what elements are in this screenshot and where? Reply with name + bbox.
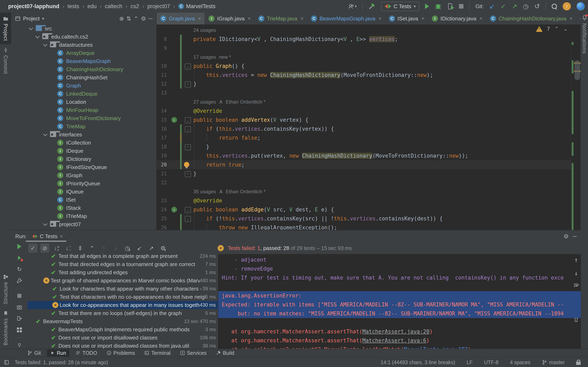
- editor-tab[interactable]: CGraph.java×: [156, 13, 205, 25]
- editor-tab[interactable]: CBeaverMapsGraph.java×: [307, 13, 385, 25]
- test-history-icon[interactable]: ◷▾: [123, 244, 132, 253]
- git-update-icon[interactable]: ↙: [489, 3, 495, 9]
- next-problem-icon[interactable]: ⌄: [563, 26, 568, 32]
- tree-item-linkeddeque[interactable]: CLinkedDeque: [11, 90, 156, 98]
- tree-item-iset[interactable]: CISet: [11, 196, 156, 204]
- file-encoding[interactable]: UTF-8: [484, 359, 499, 365]
- expand-all-icon[interactable]: ⇅: [126, 15, 131, 22]
- editor-tab[interactable]: CTrieMap.java×: [255, 13, 307, 25]
- usages-hint[interactable]: 35 usages: [193, 189, 216, 194]
- tool-window-button-problems[interactable]: Problems: [103, 350, 138, 357]
- breadcrumb-item[interactable]: cs2: [130, 3, 139, 9]
- chevron-down-icon[interactable]: ▾: [42, 16, 44, 21]
- chevron-down-icon[interactable]: [43, 132, 47, 136]
- tree-item-chaininghashset[interactable]: CChainingHashSet: [11, 73, 156, 82]
- overrides-method-icon[interactable]: ↑: [171, 207, 177, 212]
- code-fold-icon[interactable]: ⌄: [185, 207, 191, 213]
- tool-strip-tab-bookmarks[interactable]: Bookmarks: [0, 308, 11, 349]
- rerun-button[interactable]: [17, 244, 21, 249]
- run-with-coverage-button[interactable]: [447, 3, 453, 10]
- hide-panel-icon[interactable]: ─: [148, 15, 153, 22]
- chevron-down-icon[interactable]: [43, 221, 47, 226]
- tree-item-ifixedsizequeue[interactable]: IIFixedSizeQueue: [11, 163, 156, 171]
- layout-icon[interactable]: [4, 359, 9, 365]
- chevron-down-icon[interactable]: [43, 42, 47, 46]
- editor-tab[interactable]: CChainingHashDictionary.java×: [486, 13, 576, 25]
- restore-layout-icon[interactable]: [15, 326, 24, 334]
- editor-tab[interactable]: IIGraph.java×: [205, 13, 254, 25]
- test-row[interactable]: ✔BeavermapTests13 sec 470 ms: [27, 317, 218, 325]
- author-hint[interactable]: Ethan Ordentlich *: [226, 189, 266, 194]
- test-row[interactable]: ✔Test that characters with no co-appeara…: [27, 293, 218, 301]
- tree-item-idictionary[interactable]: IIDictionary: [11, 155, 156, 163]
- editor-tab[interactable]: CISet.java×: [385, 13, 428, 25]
- author-hint[interactable]: new *: [219, 54, 231, 60]
- test-row[interactable]: ✔Test that all edges in a complete graph…: [27, 254, 218, 260]
- search-everywhere-icon[interactable]: [552, 4, 557, 9]
- sort-by-duration-icon[interactable]: ↓──: [64, 244, 73, 253]
- test-row[interactable]: ✔Does not use or import disallowed class…: [27, 334, 218, 342]
- run-tab[interactable]: C Tests ×: [31, 230, 64, 242]
- minimize-icon[interactable]: ─: [573, 233, 577, 240]
- breadcrumb-item[interactable]: edu: [87, 3, 96, 9]
- prev-problem-icon[interactable]: ⌃: [554, 26, 559, 32]
- tool-strip-tab-commit[interactable]: Commit: [0, 44, 11, 77]
- code-fold-icon[interactable]: ⌃: [185, 81, 191, 87]
- test-row[interactable]: ×Look for co-appearances that appear in …: [27, 301, 218, 309]
- toggle-auto-test-icon[interactable]: ↻: [15, 266, 24, 273]
- code-fold-icon[interactable]: ⌃: [185, 144, 191, 150]
- debug-button[interactable]: [435, 3, 441, 9]
- overrides-method-icon[interactable]: ↑: [171, 117, 177, 123]
- author-hint[interactable]: Ethan Ordentlich *: [226, 99, 266, 105]
- chevron-down-icon[interactable]: [29, 26, 33, 30]
- settings-gear-icon[interactable]: ⚙: [563, 233, 569, 240]
- status-message[interactable]: Tests failed: 1, passed: 28 (a minute ag…: [15, 359, 108, 365]
- stop-icon[interactable]: [15, 292, 24, 300]
- tool-window-button-git[interactable]: Git: [24, 350, 44, 357]
- tree-item-project07[interactable]: project07: [11, 220, 156, 228]
- sort-alphabetically-icon[interactable]: ↓az: [52, 244, 61, 253]
- breadcrumb-item[interactable]: tests: [68, 3, 79, 9]
- test-row[interactable]: ✔Look for characters that appear with ma…: [27, 285, 218, 293]
- close-icon[interactable]: ×: [60, 234, 63, 239]
- stop-button[interactable]: [459, 4, 463, 8]
- close-icon[interactable]: ×: [248, 16, 251, 21]
- settings-gear-icon[interactable]: ⚙: [141, 15, 146, 22]
- tree-item-src[interactable]: src: [11, 25, 156, 33]
- thread-dump-icon[interactable]: [15, 303, 24, 311]
- export-tests-icon[interactable]: ↗: [147, 244, 156, 253]
- close-icon[interactable]: ×: [570, 16, 572, 21]
- tree-item-ipriorityqueue[interactable]: IIPriorityQueue: [11, 179, 156, 188]
- breadcrumb-target[interactable]: CMarvelTests: [178, 3, 215, 9]
- tree-item-graph[interactable]: CGraph: [11, 82, 156, 90]
- project-panel-title[interactable]: Project: [23, 16, 40, 22]
- git-history-icon[interactable]: ◷: [523, 3, 528, 9]
- tree-item-location[interactable]: CLocation: [11, 98, 156, 106]
- tree-item-istack[interactable]: IIStack: [11, 204, 156, 212]
- collapse-all-icon[interactable]: ⌃: [134, 15, 138, 22]
- breadcrumb-project[interactable]: project07-lapphund: [8, 3, 60, 9]
- tree-item-icollection[interactable]: IICollection: [11, 139, 156, 147]
- show-ignored-toggle[interactable]: ⊘: [40, 244, 49, 253]
- git-commit-icon[interactable]: ✓: [501, 3, 506, 9]
- previous-failed-test-icon[interactable]: ↑: [99, 244, 108, 253]
- stacktrace-link[interactable]: MatcherAssert.java:6: [362, 337, 426, 343]
- run-configuration-select[interactable]: C Tests ▾: [381, 2, 419, 11]
- tool-strip-tab-project[interactable]: Project: [0, 13, 11, 44]
- tree-item-chaininghashdictionary[interactable]: CChainingHashDictionary: [11, 65, 156, 73]
- close-icon[interactable]: ×: [421, 16, 424, 21]
- tool-window-button-build[interactable]: Build: [213, 350, 238, 357]
- tree-item-interfaces[interactable]: interfaces: [11, 131, 156, 139]
- lock-icon[interactable]: [576, 362, 581, 365]
- tree-item-triemap[interactable]: CTrieMap: [11, 122, 156, 131]
- code-editor[interactable]: 24 usages8private IDictionary<V , Chaini…: [156, 25, 581, 230]
- test-row[interactable]: ✔Does not use or import disallowed class…: [27, 342, 218, 349]
- tree-item-beavermapsgraph[interactable]: CBeaverMapsGraph: [11, 57, 156, 65]
- usages-hint[interactable]: 27 usages: [193, 99, 216, 105]
- git-rollback-icon[interactable]: ↺: [534, 3, 540, 9]
- editor-scrollbar[interactable]: [571, 36, 581, 230]
- build-hammer-icon[interactable]: [369, 3, 375, 10]
- test-console[interactable]: ↑ ↓ - adjacent - removeEdgeHint: If your…: [218, 254, 581, 349]
- test-row[interactable]: ✔Test adding undirected edges1 ms: [27, 268, 218, 276]
- tree-item-igraph[interactable]: IIGraph: [11, 171, 156, 179]
